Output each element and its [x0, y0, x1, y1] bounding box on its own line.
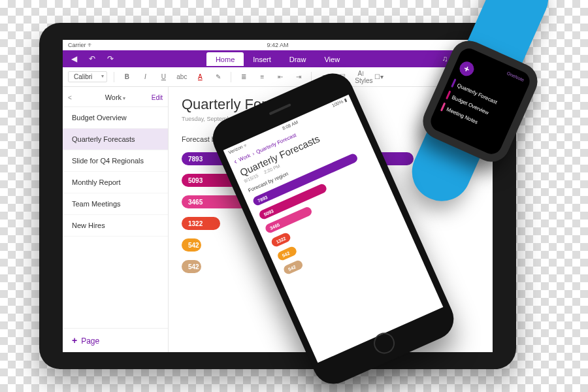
font-selector[interactable]: Calibri	[68, 71, 107, 82]
ribbon-toolbar: Calibri B I U abc A ✎ ≣ ≡ ⇤ ⇥ ≡ ☑ A⁞ Sty…	[63, 67, 493, 87]
indent-button[interactable]: ⇥	[293, 73, 304, 80]
breadcrumb-sep: ›	[251, 150, 255, 156]
page-list: Budget OverviewQuarterly ForecastsSlide …	[63, 107, 168, 328]
sidebar-page-item[interactable]: New Hires	[63, 215, 168, 237]
sidebar-header: < Work Edit	[63, 87, 168, 107]
color-indicator	[451, 78, 456, 88]
status-time: 9:42 AM	[267, 42, 288, 48]
edit-button[interactable]: Edit	[152, 94, 163, 101]
color-indicator	[446, 90, 451, 99]
bullets-button[interactable]: ≣	[238, 73, 250, 80]
sidebar-page-item[interactable]: Budget Overview	[63, 107, 168, 129]
chart-bar: 542	[282, 259, 304, 276]
chart-bar: 542	[182, 260, 201, 273]
tab-draw[interactable]: Draw	[280, 52, 316, 66]
sidebar-page-item[interactable]: Slide for Q4 Regionals	[63, 150, 168, 172]
font-color-button[interactable]: A	[194, 73, 206, 80]
ipad-status-bar: Carrier ᯤ 9:42 AM 100% ▮	[63, 40, 493, 50]
highlight-button[interactable]: ✎	[212, 73, 224, 80]
chart-bar: 542	[182, 238, 201, 252]
redo-icon[interactable]: ↷	[106, 54, 115, 63]
chart-bar: 542	[276, 246, 298, 262]
tag-button[interactable]: ☐▾	[373, 73, 385, 80]
tab-home[interactable]: Home	[206, 52, 244, 66]
add-page-button[interactable]: +Page	[63, 328, 168, 352]
chart-bar: 1322	[182, 217, 220, 230]
back-chevron-icon[interactable]: ‹	[232, 157, 238, 166]
underline-button[interactable]: U	[157, 73, 169, 80]
sidebar-back-icon[interactable]: <	[68, 94, 72, 101]
sidebar-page-item[interactable]: Monthly Report	[63, 172, 168, 193]
plus-icon: +	[72, 335, 77, 346]
ribbon-tabs: Home Insert Draw View	[206, 52, 349, 66]
color-indicator	[440, 103, 446, 112]
bold-button[interactable]: B	[121, 73, 133, 80]
app-titlebar: ◀ ↶ ↷ Home Insert Draw View ♫ ⇪ ⋯	[63, 50, 493, 67]
section-title[interactable]: Work	[105, 93, 126, 101]
status-carrier: Carrier ᯤ	[68, 42, 93, 48]
strike-button[interactable]: abc	[176, 73, 188, 80]
styles-button[interactable]: A⁞ Styles	[355, 70, 367, 84]
undo-icon[interactable]: ↶	[88, 54, 97, 63]
outdent-button[interactable]: ⇤	[274, 73, 286, 80]
tab-insert[interactable]: Insert	[244, 52, 280, 66]
add-page-label: Page	[81, 336, 99, 346]
italic-button[interactable]: I	[139, 73, 151, 80]
numbering-button[interactable]: ≡	[256, 73, 268, 80]
watch-list: Quarterly ForecastBudget OverviewMeeting…	[439, 77, 516, 138]
sidebar-page-item[interactable]: Quarterly Forecasts	[63, 129, 168, 150]
page-sidebar: < Work Edit Budget OverviewQuarterly For…	[63, 87, 169, 352]
sidebar-page-item[interactable]: Team Meetings	[63, 193, 168, 215]
back-icon[interactable]: ◀	[69, 54, 78, 63]
watch-add-button[interactable]: +	[457, 59, 476, 78]
chart-bar: 1322	[270, 232, 291, 248]
tab-view[interactable]: View	[315, 52, 349, 66]
